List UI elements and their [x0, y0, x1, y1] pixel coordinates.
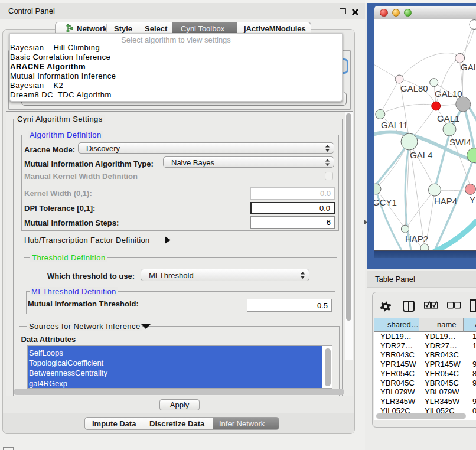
svg-text:GAL1: GAL1	[437, 113, 459, 123]
svg-text:GAL11: GAL11	[381, 120, 408, 130]
svg-text:GAL: GAL	[461, 62, 476, 72]
svg-text:SWI4: SWI4	[449, 137, 471, 147]
svg-text:GAL4: GAL4	[410, 150, 432, 160]
svg-text:GCY1: GCY1	[374, 197, 397, 207]
svg-text:Y: Y	[470, 195, 475, 205]
svg-text:GAL10: GAL10	[435, 89, 462, 99]
svg-text:HAP2: HAP2	[405, 234, 428, 244]
svg-text:GAL80: GAL80	[400, 83, 428, 93]
svg-text:HAP4: HAP4	[434, 196, 457, 206]
